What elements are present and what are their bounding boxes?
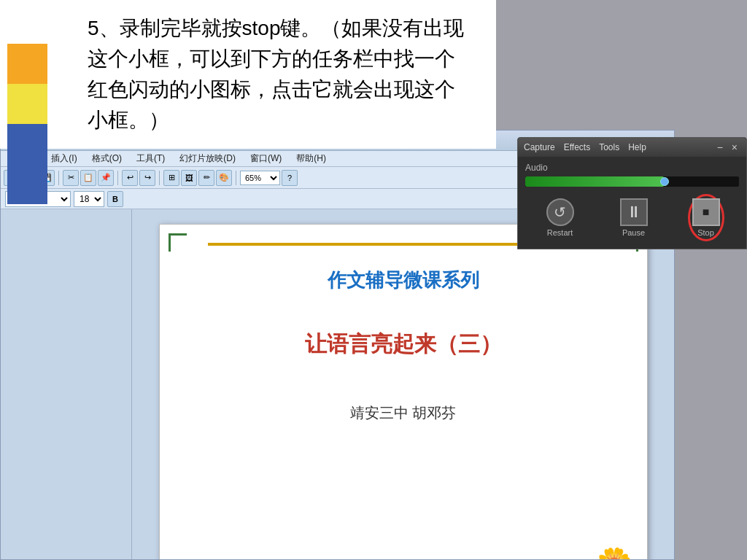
- stop-button[interactable]: ■ Stop: [688, 194, 724, 241]
- tb-copy[interactable]: 📋: [80, 170, 96, 186]
- menu-slideshow[interactable]: 幻灯片放映(D): [177, 152, 239, 165]
- rp-audio-bar-fill: [525, 176, 664, 187]
- pause-icon: ⏸: [620, 198, 648, 226]
- tb-zoom-area: 65% 50% 75% 100%: [240, 171, 280, 185]
- yellow-square: [7, 84, 47, 124]
- slide-canvas-wrap: 作文辅导微课系列 让语言亮起来（三） 靖安三中 胡邓芬 🌼: [132, 209, 674, 559]
- restart-button[interactable]: ↺ Restart: [541, 195, 580, 240]
- menu-window[interactable]: 窗口(W): [247, 152, 285, 165]
- rp-menu-effects[interactable]: Effects: [564, 142, 590, 152]
- record-panel-menus[interactable]: Capture Effects Tools Help: [524, 142, 646, 152]
- slide-flower-decoration: 🌼: [596, 546, 632, 559]
- stop-icon: ■: [692, 198, 720, 226]
- menu-insert[interactable]: 插入(I): [48, 152, 80, 165]
- rp-close-button[interactable]: ×: [729, 141, 740, 153]
- restart-icon: ↺: [546, 198, 574, 226]
- fontsize-select[interactable]: 18: [74, 191, 104, 207]
- pause-label: Pause: [622, 228, 645, 237]
- slide-thumbnail[interactable]: [1, 209, 131, 224]
- rp-audio-knob[interactable]: [660, 177, 669, 186]
- corner-bracket-tl: [169, 233, 187, 252]
- record-panel-body: Audio ↺ Restart ⏸ Pause ■ Stop: [518, 157, 746, 249]
- tb-help[interactable]: ?: [282, 170, 298, 186]
- record-panel: Capture Effects Tools Help − × Audio ↺ R…: [517, 137, 747, 249]
- tb-undo[interactable]: ↩: [122, 170, 138, 186]
- rp-audio-bar: [525, 176, 739, 187]
- rp-menu-tools[interactable]: Tools: [599, 142, 619, 152]
- tb-draw[interactable]: ✏: [198, 170, 214, 186]
- tb-sep2: [117, 171, 118, 185]
- slide-panel: [1, 209, 132, 559]
- menu-help[interactable]: 帮助(H): [293, 152, 329, 165]
- rp-menu-help[interactable]: Help: [628, 142, 646, 152]
- menu-format[interactable]: 格式(O): [89, 152, 125, 165]
- rp-buttons-row: ↺ Restart ⏸ Pause ■ Stop: [525, 194, 739, 241]
- record-panel-titlebar: Capture Effects Tools Help − ×: [518, 138, 746, 157]
- color-decoration: [7, 44, 47, 204]
- rp-win-controls[interactable]: − ×: [714, 141, 740, 153]
- slide-area: 作文辅导微课系列 让语言亮起来（三） 靖安三中 胡邓芬 🌼: [1, 209, 674, 559]
- rp-audio-label: Audio: [525, 163, 739, 173]
- pause-button[interactable]: ⏸ Pause: [614, 195, 654, 240]
- stop-label: Stop: [697, 228, 714, 237]
- tb-sep1: [58, 171, 59, 185]
- menu-tools[interactable]: 工具(T): [133, 152, 168, 165]
- tb-cut[interactable]: ✂: [63, 170, 79, 186]
- instruction-overlay: 5、录制完毕就按stop键。（如果没有出现这个小框，可以到下方的任务栏中找一个红…: [0, 0, 496, 149]
- rp-menu-capture[interactable]: Capture: [524, 142, 555, 152]
- blue-square: [7, 124, 47, 204]
- orange-square: [7, 44, 47, 84]
- restart-label: Restart: [547, 228, 573, 237]
- tb-insert-table[interactable]: ⊞: [163, 170, 179, 186]
- tb-sep4: [236, 171, 236, 185]
- tb-insert-img[interactable]: 🖼: [181, 170, 197, 186]
- rp-minimize-button[interactable]: −: [714, 141, 726, 153]
- slide-canvas: 作文辅导微课系列 让语言亮起来（三） 靖安三中 胡邓芬 🌼: [159, 224, 648, 559]
- tb-sep3: [159, 171, 160, 185]
- tb-redo[interactable]: ↪: [139, 170, 155, 186]
- zoom-select[interactable]: 65% 50% 75% 100%: [240, 171, 280, 185]
- slide-title: 让语言亮起来（三）: [305, 330, 502, 359]
- tb-color[interactable]: 🎨: [216, 170, 232, 186]
- tb-paste[interactable]: 📌: [98, 170, 114, 186]
- slide-subtitle: 作文辅导微课系列: [328, 268, 479, 293]
- bold-button[interactable]: B: [107, 191, 123, 207]
- slide-author: 靖安三中 胡邓芬: [350, 403, 457, 423]
- instruction-text: 5、录制完毕就按stop键。（如果没有出现这个小框，可以到下方的任务栏中找一个红…: [88, 13, 474, 136]
